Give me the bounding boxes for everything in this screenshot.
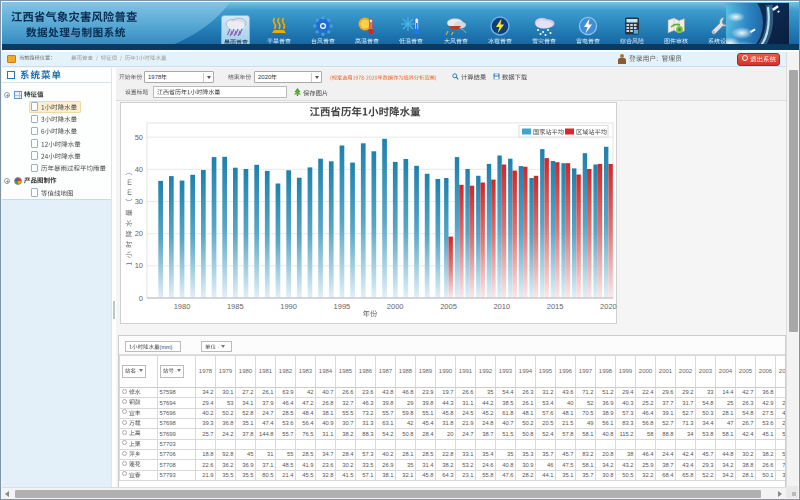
svg-text:2015: 2015 — [547, 302, 564, 311]
svg-text:2010: 2010 — [493, 302, 510, 311]
svg-text:50: 50 — [135, 133, 143, 142]
svg-text:1985: 1985 — [227, 302, 244, 311]
svg-text:1990: 1990 — [280, 302, 297, 311]
svg-text:2000: 2000 — [387, 302, 404, 311]
svg-text:20: 20 — [135, 229, 143, 238]
svg-text:1980: 1980 — [174, 302, 191, 311]
svg-text:0: 0 — [139, 294, 143, 303]
svg-text:2005: 2005 — [440, 302, 457, 311]
svg-text:1995: 1995 — [334, 302, 351, 311]
svg-text:30: 30 — [135, 197, 143, 206]
svg-text:40: 40 — [135, 165, 143, 174]
svg-text:2020: 2020 — [600, 302, 617, 311]
svg-text:10: 10 — [135, 261, 143, 270]
